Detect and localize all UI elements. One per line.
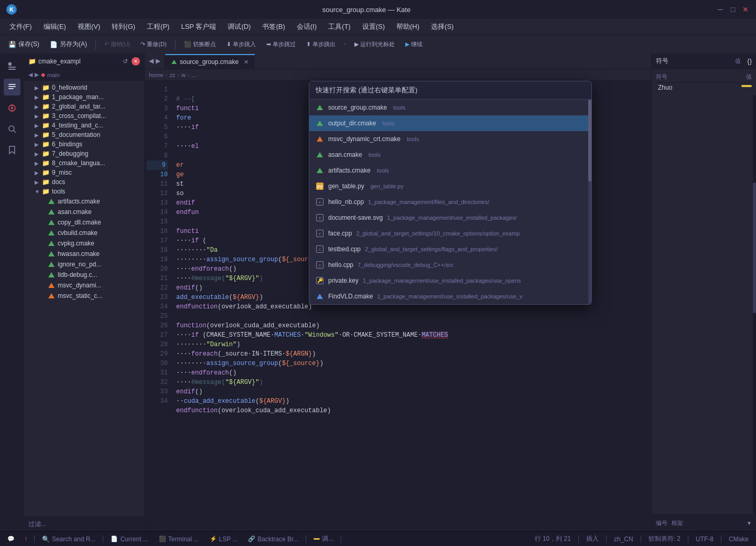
undo-button[interactable]: ↶ 撤销(U) [100,39,134,50]
minimize-button[interactable]: ─ [716,5,725,14]
status-locale[interactable]: zh_CN [611,536,636,543]
close-tree-button[interactable]: ✕ [132,57,140,66]
status-line-col[interactable]: 行 10，列 21 [532,534,574,543]
tree-item-lldb[interactable]: lldb-debug.c... [24,270,144,280]
status-lsp[interactable]: ⚡ LSP ... [207,536,241,543]
quick-open-item-msvc-dynamic[interactable]: msvc_dynamic_crt.cmake tools [309,131,591,147]
quick-open-item-hello-nb[interactable]: c hello_nb.cpp 1_package_management/file… [309,194,591,210]
quick-open-item-findvld[interactable]: FindVLD.cmake 1_package_management/use_i… [309,288,591,304]
quick-open-item-output-dir[interactable]: output_dir.cmake tools [309,115,591,131]
qo-item-path: 7_debugging/vscode_debug_C++/src [358,262,453,268]
tree-item-9misc[interactable]: ▶ 📁 9_misc [24,168,144,177]
quick-open-scrollthumb[interactable] [588,100,591,181]
breadcrumb-nav-left[interactable]: ◀ [28,71,33,78]
status-encoding[interactable]: UTF-8 [693,536,717,543]
tree-item-2global[interactable]: ▶ 📁 2_global_and_tar... [24,102,144,111]
status-soft-tab[interactable]: 软制表符: 2 [645,534,684,543]
svg-line-11 [14,131,16,133]
footer-dropdown[interactable]: ▼ [744,520,752,526]
quick-open-item-testbed[interactable]: c testbed.cpp 2_global_and_target_settin… [309,241,591,257]
refresh-icon[interactable]: ↺ [121,57,129,66]
tree-item-4testing[interactable]: ▶ 📁 4_testing_and_c... [24,121,144,130]
status-terminal[interactable]: ⬛ Terminal ... [156,536,202,543]
quick-open-item-face[interactable]: c face.cpp 2_global_and_target_settings/… [309,226,591,241]
quick-open-item-artifacts[interactable]: artifacts.cmake tools [309,163,591,178]
close-button[interactable]: ✕ [741,5,750,14]
status-syntax[interactable]: CMake [726,536,752,543]
save-button[interactable]: 💾 保存(S) [4,38,44,50]
menu-select[interactable]: 选择(S) [426,20,459,34]
tree-item-docs[interactable]: ▶ 📁 docs [24,177,144,187]
sidebar-icon-explorer[interactable] [4,79,20,95]
menu-settings[interactable]: 设置(S) [357,20,390,34]
tree-item-1package[interactable]: ▶ 📁 1_package_man... [24,92,144,102]
sidebar-icon-search[interactable] [4,121,20,137]
status-messages[interactable]: 💬 [4,536,18,542]
tree-item-asan[interactable]: asan.cmake [24,207,144,217]
qo-item-tag: tools [407,136,419,142]
sidebar-icon-filetree[interactable] [4,58,20,74]
quick-open-item-source-group[interactable]: source_group.cmake tools [309,100,591,115]
status-backtrace[interactable]: 🔗 Backtrace Br... [245,536,301,543]
tab-nav-left[interactable]: ◀ [149,57,154,65]
menu-project[interactable]: 工程(P) [142,20,175,34]
sidebar-icon-git[interactable] [4,100,20,116]
tree-item-7debug[interactable]: ▶ 📁 7_debugging [24,149,144,158]
breadcrumb-nav-right[interactable]: ▶ [35,71,39,78]
step-into-button[interactable]: ⬇ 单步跳入 [222,39,260,50]
save-as-button[interactable]: 📄 另存为(A) [46,38,91,50]
symbol-item-zhuo[interactable]: Zhuo [654,83,754,92]
step-out-button[interactable]: ⬆ 单步跳出 [302,39,340,50]
menu-help[interactable]: 帮助(H) [391,20,425,34]
menu-lsp[interactable]: LSP 客户端 [176,20,221,34]
tree-item-6bindings[interactable]: ▶ 📁 6_bindings [24,140,144,149]
continue-button[interactable]: ▶ 继续 [401,39,427,50]
cmake-icon [47,208,56,216]
tree-item-copy-dll[interactable]: copy_dll.cmake [24,217,144,228]
sidebar-icon-bookmarks[interactable] [4,142,20,158]
file-tree-content: ▶ 📁 0_helloworld ▶ 📁 1_package_man... ▶ … [24,81,144,517]
tree-item-hwasan[interactable]: hwasan.cmake [24,249,144,259]
tree-item-msvc-static[interactable]: msvc_static_c... [24,291,144,301]
status-errors[interactable]: ! [22,536,30,542]
quick-open-item-gen-table[interactable]: py gen_table.py gen_table.py [309,178,591,194]
status-current[interactable]: 📄 Current ... [107,536,151,543]
step-over-button[interactable]: ➡ 单步跳过 [262,39,300,50]
tab-source-group[interactable]: source_group.cmake ✕ [165,54,255,69]
run-to-cursor-button[interactable]: ▶ 运行到光标处 [350,39,399,50]
menu-session[interactable]: 会话(I) [291,20,322,34]
tree-item-8cmake[interactable]: ▶ 📁 8_cmake_langua... [24,158,144,168]
tree-item-5doc[interactable]: ▶ 📁 5_documentation [24,130,144,140]
menu-view[interactable]: 视图(V) [72,20,105,34]
quick-open-item-private-key[interactable]: 🔑 private.key 1_package_management/use_i… [309,273,591,288]
tree-item-tools[interactable]: ▼ 📁 tools [24,187,144,196]
menu-debug[interactable]: 调试(D) [222,20,256,34]
quick-open-scrollbar[interactable] [588,100,591,304]
right-panel-scrollbar[interactable] [753,95,756,531]
right-panel-scrollthumb[interactable] [753,183,756,313]
tree-item-cvbuild[interactable]: cvbuild.cmake [24,228,144,238]
status-debug[interactable]: 调... [310,534,337,543]
toggle-breakpoint-button[interactable]: ⬛ 切换断点 [180,39,220,50]
menu-goto[interactable]: 转到(G) [106,20,141,34]
menu-bookmarks[interactable]: 书签(B) [257,20,290,34]
tree-item-ignore[interactable]: ignore_no_pd... [24,259,144,270]
tree-item-3cross[interactable]: ▶ 📁 3_cross_compilat... [24,111,144,121]
tab-nav-right[interactable]: ▶ [156,57,160,65]
tree-item-cvpkg[interactable]: cvpkg.cmake [24,238,144,249]
status-search[interactable]: 🔍 Search and R... [39,536,99,543]
status-sep-2 [103,536,103,543]
menu-file[interactable]: 文件(F) [4,20,37,34]
quick-open-item-hello[interactable]: c hello.cpp 7_debugging/vscode_debug_C++… [309,257,591,273]
status-insert-mode[interactable]: 插入 [583,534,602,543]
menu-tools[interactable]: 工具(T) [323,20,356,34]
redo-button[interactable]: ↷ 重做(D) [136,39,170,50]
menu-edit[interactable]: 编辑(E) [38,20,71,34]
quick-open-item-asan[interactable]: asan.cmake tools [309,147,591,163]
maximize-button[interactable]: □ [729,5,737,14]
tree-item-0helloworld[interactable]: ▶ 📁 0_helloworld [24,83,144,92]
tab-close-button[interactable]: ✕ [244,59,249,66]
tree-item-artifacts[interactable]: artifacts.cmake [24,196,144,207]
quick-open-item-document-save[interactable]: s document-save.svg 1_package_management… [309,210,591,226]
tree-item-msvc-dynamic[interactable]: msvc_dynami... [24,280,144,291]
